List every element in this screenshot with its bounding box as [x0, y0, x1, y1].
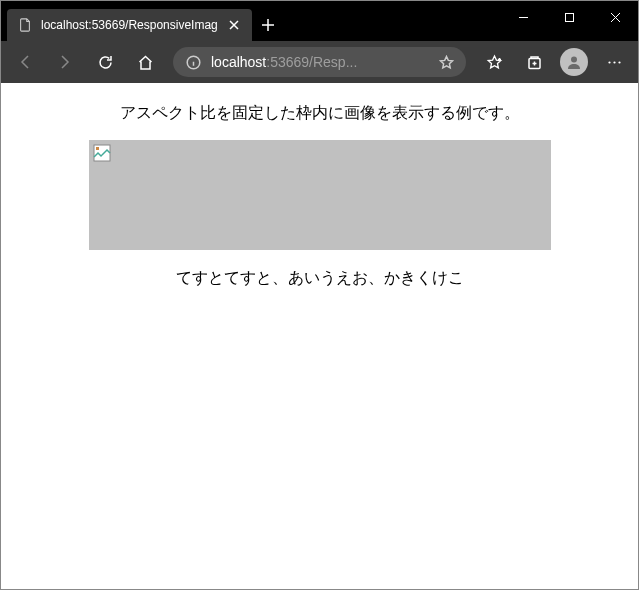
url-text: localhost:53669/Resp... — [211, 54, 428, 70]
forward-button[interactable] — [47, 44, 83, 80]
tab-strip: localhost:53669/ResponsiveImag — [1, 1, 284, 41]
page-heading: アスペクト比を固定した枠内に画像を表示する例です。 — [1, 103, 638, 124]
tab-title: localhost:53669/ResponsiveImag — [41, 18, 218, 32]
close-tab-button[interactable] — [226, 17, 242, 33]
url-host: localhost — [211, 54, 266, 70]
profile-avatar[interactable] — [560, 48, 588, 76]
more-menu-button[interactable] — [596, 44, 632, 80]
page-body-text: てすとてすと、あいうえお、かきくけこ — [1, 268, 638, 289]
svg-point-6 — [618, 61, 620, 63]
broken-image-icon — [93, 144, 111, 162]
close-window-button[interactable] — [592, 1, 638, 33]
image-placeholder — [89, 140, 551, 250]
url-path: :53669/Resp... — [266, 54, 357, 70]
collections-button[interactable] — [516, 44, 552, 80]
favorites-button[interactable] — [476, 44, 512, 80]
window-controls — [500, 1, 638, 33]
maximize-button[interactable] — [546, 1, 592, 33]
new-tab-button[interactable] — [252, 9, 284, 41]
home-button[interactable] — [127, 44, 163, 80]
favorite-icon[interactable] — [438, 54, 454, 70]
svg-point-5 — [613, 61, 615, 63]
svg-rect-0 — [565, 13, 573, 21]
refresh-button[interactable] — [87, 44, 123, 80]
window-titlebar: localhost:53669/ResponsiveImag — [1, 1, 638, 41]
minimize-button[interactable] — [500, 1, 546, 33]
page-icon — [17, 17, 33, 33]
back-button[interactable] — [7, 44, 43, 80]
browser-tab[interactable]: localhost:53669/ResponsiveImag — [7, 9, 252, 41]
site-info-icon[interactable] — [185, 54, 201, 70]
address-bar[interactable]: localhost:53669/Resp... — [173, 47, 466, 77]
svg-point-4 — [608, 61, 610, 63]
svg-point-3 — [571, 57, 577, 63]
svg-rect-8 — [96, 147, 99, 150]
page-content: アスペクト比を固定した枠内に画像を表示する例です。 てすとてすと、あいうえお、か… — [1, 83, 638, 590]
browser-toolbar: localhost:53669/Resp... — [1, 41, 638, 83]
